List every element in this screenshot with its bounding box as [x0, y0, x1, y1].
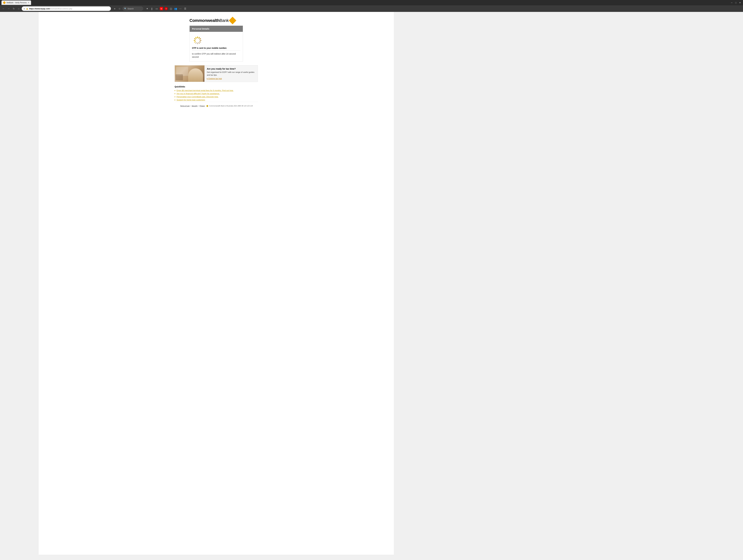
sidebar-right: [394, 12, 743, 555]
svg-point-7: [195, 42, 197, 44]
footer-privacy-link[interactable]: Privacy: [200, 105, 205, 107]
close-button[interactable]: ✕: [739, 1, 742, 4]
menu-icon[interactable]: ⋯: [178, 7, 182, 10]
search-bar[interactable]: 🔍 Search: [123, 6, 143, 11]
quicklinks-section: Quicklinks Enjoy $0 merchant terminal re…: [175, 85, 258, 102]
reload-button[interactable]: ↻: [12, 7, 16, 10]
svg-point-10: [194, 38, 196, 40]
nav-bar: ← → ↻ ⌂ ▧ 🔒 https://www.hysjz.com/los/ma…: [0, 5, 743, 12]
ad-content: Are you ready for tax time? Get organise…: [205, 66, 258, 81]
card-body: OTP is sent to your mobile number. to co…: [190, 32, 243, 61]
quicklink-link-4[interactable]: Support for home loan customers: [177, 99, 205, 101]
quicklink-item-4: Support for home loan customers: [175, 99, 258, 101]
star-icon[interactable]: ☆: [117, 7, 122, 10]
browser-tab[interactable]: NetBank - Verify Persona ✕: [1, 0, 31, 5]
svg-point-2: [199, 38, 201, 40]
minimize-button[interactable]: ─: [730, 1, 733, 4]
extensions-icon[interactable]: ✦: [145, 7, 149, 10]
grid-icon[interactable]: ⋄: [113, 7, 117, 10]
address-text: https://www.hysjz.com/los/main/final.act…: [29, 8, 72, 10]
logo-commonwealth: Commonwealth: [189, 18, 219, 23]
quicklink-link-1[interactable]: Enjoy $0 merchant terminal rental fees f…: [177, 89, 233, 92]
library-icon[interactable]: ‖: [150, 7, 154, 10]
hamburger-icon[interactable]: ☰: [183, 7, 187, 10]
browser-chrome: NetBank - Verify Persona ✕ ─ □ ✕ ← → ↻ ⌂…: [0, 0, 743, 12]
ad-link[interactable]: Explore tax hub: [207, 78, 222, 80]
center-content: CommonwealthBank Personal Details: [39, 12, 394, 555]
home-button[interactable]: ⌂: [17, 7, 21, 10]
page-wrapper: CommonwealthBank Personal Details: [0, 12, 743, 555]
svg-point-5: [198, 42, 200, 44]
spinner-container: [193, 36, 241, 44]
tab-title: NetBank - Verify Persona: [6, 2, 27, 4]
otp-message: OTP is sent to your mobile number.: [192, 47, 241, 50]
logo-diamond: [229, 17, 236, 25]
lock-icon: 🔒: [26, 8, 28, 10]
tab-favicon: [3, 1, 6, 4]
footer-copyright: Commonwealth Bank of Australia 2021 ABN …: [209, 105, 253, 107]
search-text: Search: [128, 8, 134, 10]
footer-diamond-icon: [206, 105, 208, 107]
title-bar: NetBank - Verify Persona ✕ ─ □ ✕: [0, 0, 743, 5]
svg-point-8: [194, 41, 196, 43]
spinner-svg: [193, 36, 202, 44]
logo-text: CommonwealthBank: [189, 18, 229, 23]
quicklink-link-2[interactable]: Are you in financial difficulty? Apply f…: [177, 92, 220, 95]
maximize-button[interactable]: □: [734, 1, 737, 4]
forward-button[interactable]: →: [6, 7, 11, 10]
svg-point-4: [199, 41, 201, 43]
redirect-message: to confirm OTP you will redirect after 2…: [192, 52, 241, 58]
footer: Terms of use| Security| Privacy Commonwe…: [175, 102, 258, 110]
quicklink-link-3[interactable]: Personalise your CommBank app. Discover …: [177, 96, 218, 98]
card-header-text: Personal Details: [192, 28, 209, 30]
svg-point-0: [197, 36, 198, 38]
ad-image: [175, 66, 205, 82]
quicklink-item-3: Personalise your CommBank app. Discover …: [175, 96, 258, 98]
quicklink-item-1: Enjoy $0 merchant terminal rental fees f…: [175, 89, 258, 92]
back-button[interactable]: ←: [1, 7, 6, 10]
svg-point-3: [200, 40, 202, 41]
footer-links: Terms of use| Security| Privacy Commonwe…: [175, 105, 258, 107]
logo-area: CommonwealthBank: [189, 18, 243, 23]
svg-point-6: [197, 42, 198, 44]
svg-point-9: [193, 40, 195, 41]
logo-bank: Bank: [219, 18, 229, 23]
address-bar[interactable]: ▧ 🔒 https://www.hysjz.com/los/main/final…: [22, 6, 111, 11]
loading-spinner: [193, 36, 202, 44]
quicklink-item-2: Are you in financial difficulty? Apply f…: [175, 92, 258, 95]
svg-point-1: [198, 37, 200, 39]
right-toolbar-icons: ✦ ‖ ▭ U 1 ◫ 👥 ⋯ ☰: [145, 7, 187, 10]
ad-title: Are you ready for tax time?: [207, 68, 255, 70]
people-icon[interactable]: 👥: [174, 7, 178, 10]
sync-icon[interactable]: ▭: [155, 7, 159, 10]
toolbar-icons: ⋄ ☆: [113, 7, 122, 10]
quicklinks-title: Quicklinks: [175, 85, 258, 88]
window-controls: ─ □ ✕: [730, 1, 742, 4]
search-icon: 🔍: [124, 8, 127, 10]
shield-icon: ▧: [24, 8, 25, 10]
tab-close-button[interactable]: ✕: [28, 2, 29, 4]
footer-security-link[interactable]: Security: [191, 105, 198, 107]
card-header: Personal Details: [190, 26, 243, 32]
personal-details-card: Personal Details: [189, 26, 243, 62]
addon-icon-red[interactable]: U: [159, 7, 164, 10]
footer-terms-link[interactable]: Terms of use: [180, 105, 190, 107]
sidebar-left: [0, 12, 39, 555]
puzzle-icon[interactable]: ◫: [169, 7, 173, 10]
ad-description: Get organised for EOFY with our range of…: [207, 71, 255, 76]
notification-icon[interactable]: 1: [164, 7, 168, 10]
svg-point-11: [195, 37, 197, 39]
ad-banner: Are you ready for tax time? Get organise…: [175, 65, 258, 82]
